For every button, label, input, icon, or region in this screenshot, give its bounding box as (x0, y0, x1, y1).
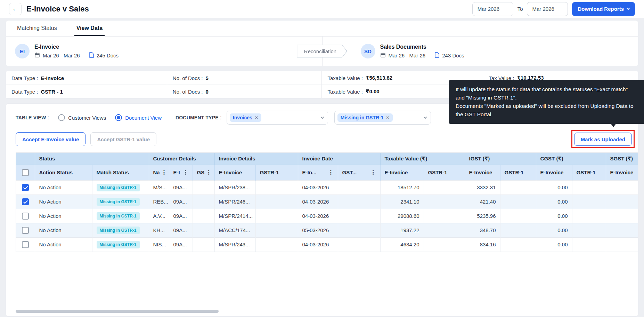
period-to-input[interactable] (527, 2, 568, 16)
cell-taxable-einvoice: 4634.20 (380, 237, 424, 252)
group-checkbox-col (16, 153, 35, 165)
calendar-icon (34, 52, 40, 59)
accept-einvoice-value-button[interactable]: Accept E-Invoice value (16, 132, 85, 146)
kebab-menu-icon[interactable]: ⋮ (206, 170, 211, 175)
cell-invoice-gstr1 (255, 209, 298, 223)
stat-label: No. of Docs : (173, 89, 203, 95)
cell-taxable-einvoice: 18512.70 (380, 180, 424, 195)
cell-cgst-gstr1 (572, 223, 606, 237)
cell-gstin (193, 209, 214, 223)
horizontal-scrollbar[interactable] (16, 310, 219, 313)
col-match-status: Match Status (92, 165, 149, 180)
table-view-label: TABLE VIEW : (16, 115, 49, 120)
cell-invoice-gstr1 (255, 237, 298, 252)
kebab-menu-icon[interactable]: ⋮ (328, 170, 334, 175)
download-reports-label: Download Reports (578, 6, 624, 12)
reconciliation-label: Reconciliation (297, 45, 347, 57)
kebab-menu-icon[interactable]: ⋮ (161, 170, 167, 175)
tab-view-data[interactable]: View Data (74, 21, 105, 36)
col-invoice-einvoice: E-Invoice (214, 165, 255, 180)
cell-taxable-einvoice: 1937.22 (380, 223, 424, 237)
tab-matching-status[interactable]: Matching Status (15, 21, 59, 36)
group-cgst: CGST (₹) (536, 153, 606, 165)
cell-sgst-einvoice (606, 209, 638, 223)
reconciliation-tag: Reconciliation (297, 45, 347, 58)
cell-taxable-gstr1 (424, 180, 465, 195)
page-title: E-Invoice v Sales (26, 5, 89, 14)
cell-date-gstr1 (338, 209, 380, 223)
cell-customer-name: NIS... (149, 237, 169, 252)
sales-title: Sales Documents (380, 44, 464, 50)
einvoice-docs-count: 245 Docs (97, 53, 119, 58)
document-type-chip[interactable]: Invoices ✕ (230, 113, 261, 122)
match-status-select[interactable]: Missing in GSTR-1 ✕ (334, 111, 431, 125)
cell-einvoice-no: 09A... (169, 195, 193, 209)
radio-document-view[interactable]: Document View (115, 114, 162, 121)
cell-sgst-einvoice (606, 180, 638, 195)
stat-label: No. of Docs : (173, 75, 203, 81)
cell-gstin (193, 195, 214, 209)
accept-gstr1-value-button[interactable]: Accept GSTR-1 value (90, 132, 156, 146)
document-icon (434, 52, 439, 59)
sales-docs-count: 243 Docs (442, 53, 464, 58)
row-checkbox[interactable] (22, 213, 29, 220)
cell-date-einvoice: 04-03-2026 (298, 195, 338, 209)
cell-cgst-einvoice: 0.00 (536, 209, 572, 223)
stat-label: Taxable Value : (327, 75, 362, 81)
mark-as-uploaded-tooltip: It will update the status for data that … (449, 80, 644, 124)
reconciliation-summary: EI E-Invoice Mar 26 - Mar 26 245 Docs SD… (6, 37, 638, 66)
cell-gstin (193, 180, 214, 195)
group-igst: IGST (₹) (465, 153, 536, 165)
row-checkbox[interactable] (22, 227, 29, 234)
radio-icon[interactable] (58, 114, 65, 121)
cell-igst-einvoice: 421.40 (465, 195, 500, 209)
back-button[interactable]: ← (9, 3, 22, 15)
cell-match-status: Missing in GSTR-1 (92, 209, 149, 223)
document-type-select[interactable]: Invoices ✕ (227, 111, 328, 125)
kebab-menu-icon[interactable]: ⋮ (183, 170, 188, 175)
table-row: No Action Missing in GSTR-1 A.V... 09A..… (16, 209, 638, 223)
top-bar: ← E-Invoice v Sales To Download Reports (0, 0, 644, 18)
chip-close-icon[interactable]: ✕ (386, 115, 390, 120)
topbar-controls: To Download Reports (472, 2, 635, 16)
radio-icon[interactable] (115, 114, 122, 121)
row-checkbox[interactable] (22, 184, 29, 191)
group-sgst: SGST (₹) (606, 153, 638, 165)
radio-customer-views[interactable]: Customer Views (58, 114, 106, 121)
row-checkbox[interactable] (22, 241, 29, 248)
kebab-menu-icon[interactable]: ⋮ (370, 170, 376, 175)
document-icon (89, 52, 94, 59)
select-all-checkbox[interactable] (22, 169, 29, 176)
col-igst-gstr1: GSTR-1 (500, 165, 536, 180)
cell-match-status: Missing in GSTR-1 (92, 180, 149, 195)
download-reports-button[interactable]: Download Reports (572, 2, 635, 16)
match-status-badge: Missing in GSTR-1 (97, 198, 140, 206)
cell-customer-name: REB... (149, 195, 169, 209)
stat-docs-gstr1: No. of Docs : 0 (167, 85, 322, 98)
cell-einvoice-no: 09A... (169, 180, 193, 195)
cell-customer-name: M/S... (149, 180, 169, 195)
chevron-down-icon[interactable] (320, 115, 324, 119)
table-row: No Action Missing in GSTR-1 NIS... 09A..… (16, 237, 638, 252)
cell-date-gstr1 (338, 180, 380, 195)
chip-close-icon[interactable]: ✕ (255, 115, 258, 120)
chevron-down-icon[interactable] (423, 115, 427, 119)
cell-customer-name: KH... (149, 223, 169, 237)
action-row: Accept E-Invoice value Accept GSTR-1 val… (6, 127, 638, 151)
period-from-input[interactable] (472, 2, 513, 16)
stat-label: Data Type : (11, 89, 38, 95)
stat-value: ₹56,513.82 (366, 75, 392, 81)
cell-customer-name: A.V... (149, 209, 169, 223)
cell-invoice-einvoice: M/SPR/238... (214, 180, 255, 195)
stat-label: Taxable Value : (327, 89, 362, 95)
data-view-card: TABLE VIEW : Customer Views Document Vie… (6, 103, 638, 317)
cell-taxable-gstr1 (424, 237, 465, 252)
col-cgst-gstr1: GSTR-1 (572, 165, 606, 180)
mark-as-uploaded-button[interactable]: Mark as Uploaded (574, 133, 632, 146)
match-status-chip[interactable]: Missing in GSTR-1 ✕ (337, 113, 393, 122)
cell-date-einvoice: 04-03-2026 (298, 209, 338, 223)
row-checkbox[interactable] (22, 198, 29, 205)
cell-cgst-einvoice: 0.00 (536, 237, 572, 252)
stat-data-type-gstr1: Data Type : GSTR - 1 (6, 85, 167, 98)
cell-match-status: Missing in GSTR-1 (92, 223, 149, 237)
